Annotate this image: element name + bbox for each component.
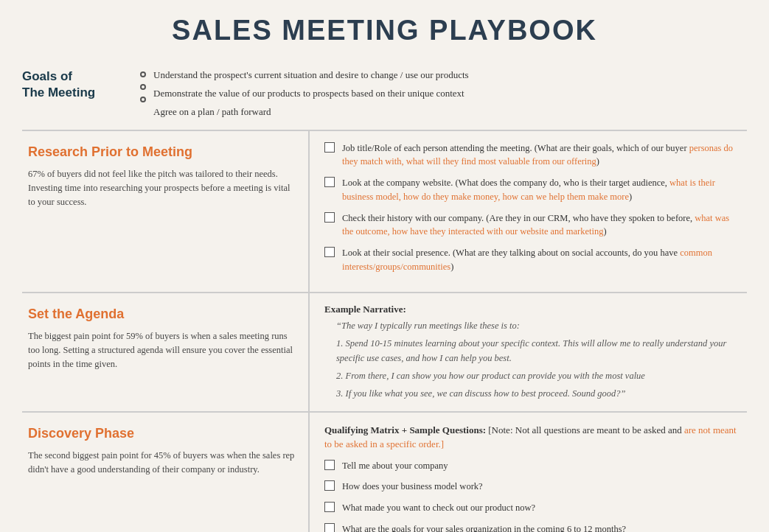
discovery-left: Discovery Phase The second biggest pain … [22,413,310,532]
discovery-text-2: What made you want to check out our prod… [342,501,535,515]
discovery-text-0: Tell me about your company [342,459,448,473]
goal-dot-3 [140,97,146,102]
goal-dot-2 [140,84,146,90]
discovery-right: Qualifying Matrix + Sample Questions: [N… [310,413,747,532]
research-left: Research Prior to Meeting 67% of buyers … [22,131,310,292]
goals-text: Understand the prospect's current situat… [153,69,469,119]
goal-item-2: Demonstrate the value of our products to… [153,87,469,100]
research-check-3: Check their history with our company. (A… [324,211,737,239]
narrative-line-3: 3. If you like what you see, we can disc… [336,386,737,401]
discovery-text-1: How does your business model work? [342,480,483,494]
research-section: Research Prior to Meeting 67% of buyers … [22,131,747,293]
research-check-4: Look at their social presence. (What are… [324,246,737,274]
goal-dot-1 [140,71,146,77]
qualifying-bold: Qualifying Matrix + Sample Questions: [324,424,486,435]
checkbox-3[interactable] [324,212,335,223]
narrative-label: Example Narrative: [324,304,737,315]
research-check-text-3: Check their history with our company. (A… [342,211,737,239]
goal-item-1: Understand the prospect's current situat… [153,69,469,82]
agenda-left: Set the Agenda The biggest pain point fo… [22,293,310,411]
checkbox-2[interactable] [324,177,335,187]
page-container: SALES MEETING PLAYBOOK Goals of The Meet… [0,0,769,532]
page-title: SALES MEETING PLAYBOOK [22,15,747,46]
research-heading: Research Prior to Meeting [28,144,295,160]
goals-bullets: Understand the prospect's current situat… [125,69,469,119]
narrative-quote: “The way I typically run meetings like t… [324,318,737,401]
discovery-checkbox-2[interactable] [324,502,335,512]
qualifying-header: Qualifying Matrix + Sample Questions: [N… [324,423,737,452]
discovery-text-3: What are the goals for your sales organi… [342,522,626,532]
narrative-line-2: 2. From there, I can show you how our pr… [336,368,737,383]
discovery-section: Discovery Phase The second biggest pain … [22,413,747,532]
agenda-heading: Set the Agenda [28,307,295,322]
research-check-1: Job title/Role of each person attending … [324,141,737,169]
discovery-check-2: What made you want to check out our prod… [324,501,737,515]
discovery-description: The second biggest pain point for 45% of… [28,449,295,477]
discovery-heading: Discovery Phase [28,426,295,441]
agenda-right: Example Narrative: “The way I typically … [310,293,747,411]
discovery-check-3: What are the goals for your sales organi… [324,522,737,532]
discovery-check-1: How does your business model work? [324,480,737,494]
narrative-line-1: 1. Spend 10-15 minutes learning about yo… [336,336,737,365]
discovery-check-0: Tell me about your company [324,459,737,473]
discovery-checkbox-1[interactable] [324,480,335,491]
discovery-checkbox-0[interactable] [324,460,335,470]
research-check-text-2: Look at the company website. (What does … [342,176,737,204]
agenda-description: The biggest pain point for 59% of buyers… [28,329,295,372]
checkbox-1[interactable] [324,142,335,153]
research-check-2: Look at the company website. (What does … [324,176,737,204]
narrative-line-0: “The way I typically run meetings like t… [336,318,737,333]
qualifying-plain: [Note: Not all questions are meant to be… [486,424,684,435]
research-check-text-4: Look at their social presence. (What are… [342,246,737,274]
goal-item-3: Agree on a plan / path forward [153,105,469,119]
goals-section: Goals of The Meeting Understand the pros… [22,63,747,131]
discovery-checkbox-3[interactable] [324,523,335,532]
goals-dots [140,69,153,102]
research-description: 67% of buyers did not feel like the pitc… [28,167,295,210]
agenda-section: Set the Agenda The biggest pain point fo… [22,293,747,413]
research-right: Job title/Role of each person attending … [310,131,747,292]
research-check-text-1: Job title/Role of each person attending … [342,141,737,169]
checkbox-4[interactable] [324,247,335,257]
goals-label: Goals of The Meeting [22,69,125,101]
